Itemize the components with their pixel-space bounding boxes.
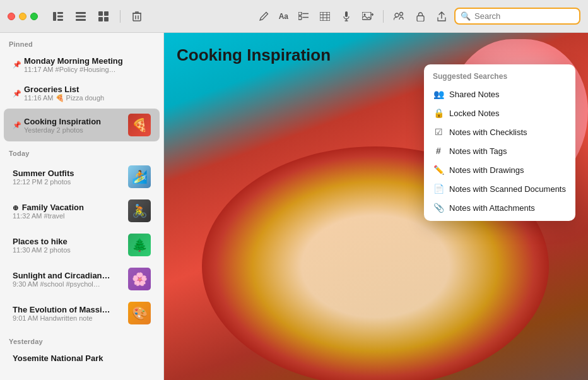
yesterday-header: Yesterday bbox=[0, 330, 163, 348]
note-thumb-cooking: 🍕 bbox=[128, 114, 151, 136]
dropdown-label-scanned: Notes with Scanned Documents bbox=[449, 184, 566, 194]
note-item-hike[interactable]: Places to hike 11:30 AM 2 photos 🌲 bbox=[4, 229, 160, 261]
shared-icon-vacation: ⊕ bbox=[13, 204, 18, 211]
dropdown-item-tags[interactable]: # Notes with Tags bbox=[424, 141, 575, 160]
delete-button[interactable] bbox=[128, 8, 146, 25]
pin-icon-cooking: 📌 bbox=[13, 121, 21, 129]
note-info-sunlight: Sunlight and Circadian… 9:30 AM #school … bbox=[13, 271, 123, 288]
dropdown-item-scanned[interactable]: 📄 Notes with Scanned Documents bbox=[424, 179, 575, 198]
note-item-evolution[interactable]: The Evolution of Massi… 9:01 AM Handwrit… bbox=[4, 297, 160, 330]
note-thumb-hike: 🌲 bbox=[128, 234, 151, 256]
shared-notes-icon: 👥 bbox=[433, 89, 444, 99]
list-view-button[interactable] bbox=[72, 8, 90, 25]
svg-rect-7 bbox=[98, 11, 103, 16]
locked-notes-icon: 🔒 bbox=[433, 108, 444, 118]
note-item-vacation[interactable]: ⊕ Family Vacation 11:32 AM #travel 🚴 bbox=[4, 194, 160, 227]
note-title-cooking: Cooking Inspiration bbox=[24, 117, 123, 126]
audio-button[interactable] bbox=[338, 8, 355, 25]
note-item-monday[interactable]: 📌 Monday Morning Meeting 11:17 AM #Polic… bbox=[4, 51, 160, 78]
note-item-groceries[interactable]: 📌 Groceries List 11:16 AM 🍕 Pizza dough bbox=[4, 80, 160, 107]
dropdown-item-locked-notes[interactable]: 🔒 Locked Notes bbox=[424, 104, 575, 122]
new-note-button[interactable] bbox=[255, 8, 273, 25]
pin-icon-monday: 📌 bbox=[13, 61, 21, 69]
main-layout: Pinned 📌 Monday Morning Meeting 11:17 AM… bbox=[0, 33, 588, 380]
note-item-yosemite[interactable]: Yosemite National Park bbox=[4, 348, 160, 368]
svg-point-19 bbox=[400, 12, 403, 15]
close-button[interactable] bbox=[8, 13, 15, 20]
note-title-outfits: Summer Outfits bbox=[13, 169, 123, 178]
note-title-hike: Places to hike bbox=[13, 237, 123, 246]
note-meta-evolution: 9:01 AM Handwritten note bbox=[13, 314, 123, 322]
dropdown-item-attachments[interactable]: 📎 Notes with Attachments bbox=[424, 198, 575, 217]
table-button[interactable] bbox=[316, 8, 334, 25]
sidebar: Pinned 📌 Monday Morning Meeting 11:17 AM… bbox=[0, 33, 164, 380]
note-title-sunlight: Sunlight and Circadian… bbox=[13, 271, 123, 280]
grid-view-button[interactable] bbox=[95, 8, 112, 25]
dropdown-item-checklists[interactable]: ☑ Notes with Checklists bbox=[424, 122, 575, 141]
note-meta-vacation: 11:32 AM #travel bbox=[13, 212, 123, 220]
note-title-groceries: Groceries List bbox=[24, 85, 151, 94]
share-button[interactable] bbox=[433, 8, 450, 25]
note-info-monday: Monday Morning Meeting 11:17 AM #Policy … bbox=[24, 56, 151, 73]
note-info-vacation: ⊕ Family Vacation 11:32 AM #travel bbox=[13, 203, 123, 220]
dropdown-label-checklists: Notes with Checklists bbox=[449, 128, 527, 137]
maximize-button[interactable] bbox=[30, 13, 38, 20]
svg-rect-3 bbox=[57, 19, 63, 21]
scanned-icon: 📄 bbox=[433, 184, 444, 194]
note-title-yosemite: Yosemite National Park bbox=[13, 353, 151, 363]
media-button[interactable] bbox=[359, 8, 377, 25]
svg-rect-12 bbox=[298, 12, 302, 15]
note-thumb-sunlight: 🌸 bbox=[128, 268, 151, 290]
minimize-button[interactable] bbox=[19, 13, 26, 20]
dropdown-header: Suggested Searches bbox=[424, 68, 575, 85]
lock-button[interactable] bbox=[411, 8, 429, 25]
share-collaboration-button[interactable] bbox=[390, 8, 408, 25]
search-input[interactable] bbox=[474, 11, 574, 21]
note-meta-hike: 11:30 AM 2 photos bbox=[13, 246, 123, 254]
note-info-yosemite: Yosemite National Park bbox=[13, 353, 151, 363]
note-title-vacation: ⊕ Family Vacation bbox=[13, 203, 123, 212]
dropdown-label-locked-notes: Locked Notes bbox=[449, 109, 500, 118]
content-area: Cooking Inspiration Suggested Searches 👥… bbox=[164, 33, 588, 380]
note-item-outfits[interactable]: Summer Outfits 12:12 PM 2 photos 🏄 bbox=[4, 160, 160, 193]
note-item-cooking[interactable]: 📌 Cooking Inspiration Yesterday 2 photos… bbox=[4, 109, 160, 141]
svg-rect-2 bbox=[57, 15, 63, 17]
svg-point-18 bbox=[395, 13, 399, 17]
note-thumb-outfits: 🏄 bbox=[128, 165, 151, 188]
font-button[interactable]: Aa bbox=[276, 8, 291, 25]
left-toolbar bbox=[49, 8, 146, 25]
note-info-evolution: The Evolution of Massi… 9:01 AM Handwrit… bbox=[13, 305, 123, 322]
svg-rect-16 bbox=[362, 12, 371, 20]
sidebar-toggle-button[interactable] bbox=[49, 8, 67, 25]
search-box[interactable]: 🔍 bbox=[454, 8, 580, 25]
svg-rect-4 bbox=[76, 12, 86, 14]
svg-rect-1 bbox=[57, 12, 63, 14]
note-thumb-evolution: 🎨 bbox=[128, 302, 151, 324]
toolbar-divider-1 bbox=[120, 10, 121, 23]
tags-icon: # bbox=[433, 146, 444, 156]
svg-rect-9 bbox=[98, 17, 103, 21]
traffic-lights bbox=[8, 13, 38, 20]
toolbar-divider-2 bbox=[383, 10, 384, 23]
svg-rect-15 bbox=[345, 11, 348, 17]
search-icon: 🔍 bbox=[461, 11, 471, 21]
svg-rect-14 bbox=[320, 12, 330, 21]
dropdown-item-drawings[interactable]: ✏️ Notes with Drawings bbox=[424, 160, 575, 179]
svg-rect-20 bbox=[417, 16, 424, 21]
suggested-searches-dropdown: Suggested Searches 👥 Shared Notes 🔒 Lock… bbox=[424, 64, 575, 221]
dropdown-item-shared-notes[interactable]: 👥 Shared Notes bbox=[424, 85, 575, 104]
note-info-hike: Places to hike 11:30 AM 2 photos bbox=[13, 237, 123, 254]
note-meta-groceries: 11:16 AM 🍕 Pizza dough bbox=[24, 94, 151, 102]
note-meta-sunlight: 9:30 AM #school #psychol… bbox=[13, 280, 123, 288]
svg-rect-13 bbox=[298, 16, 302, 20]
note-item-sunlight[interactable]: Sunlight and Circadian… 9:30 AM #school … bbox=[4, 263, 160, 295]
dropdown-label-shared-notes: Shared Notes bbox=[449, 90, 500, 99]
pin-icon-groceries: 📌 bbox=[13, 90, 21, 98]
svg-rect-10 bbox=[104, 17, 109, 21]
note-info-groceries: Groceries List 11:16 AM 🍕 Pizza dough bbox=[24, 85, 151, 102]
svg-rect-6 bbox=[76, 19, 86, 21]
note-meta-cooking: Yesterday 2 photos bbox=[24, 126, 123, 134]
attachments-icon: 📎 bbox=[433, 203, 444, 213]
checklist-button[interactable] bbox=[295, 8, 312, 25]
svg-point-17 bbox=[364, 13, 366, 15]
